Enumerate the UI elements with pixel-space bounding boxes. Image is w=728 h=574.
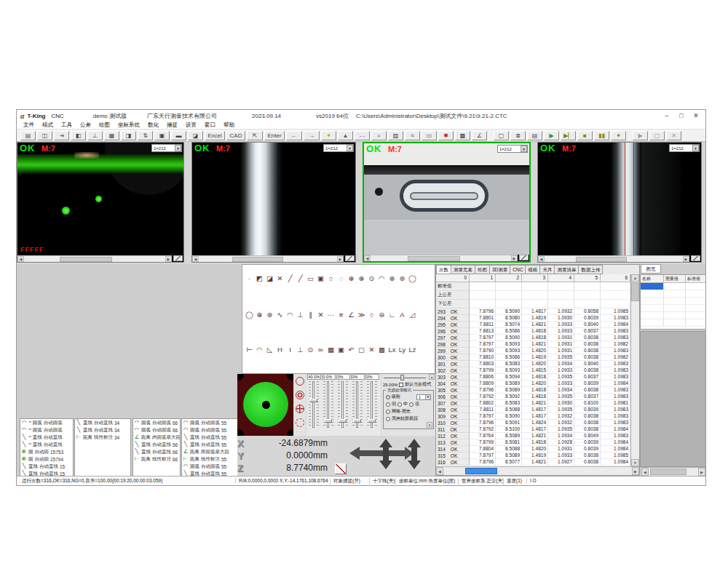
table-tab-4[interactable]: CNC bbox=[510, 265, 526, 274]
ring-light-2-icon[interactable] bbox=[296, 391, 304, 399]
measure-tool-icon-2-17[interactable]: ◿ bbox=[408, 310, 416, 319]
slider-thumb[interactable] bbox=[353, 419, 361, 423]
table-row[interactable]: 301OK7.88038.50831.48201.09340.80401.098… bbox=[436, 361, 630, 367]
toolbar-button-14[interactable]: Enter bbox=[264, 131, 285, 140]
default-mode-checkbox[interactable] bbox=[399, 383, 403, 387]
slider-track[interactable] bbox=[323, 381, 334, 428]
list-item[interactable]: ╲***直线自动直线 bbox=[20, 441, 73, 448]
toolbar-button-20[interactable]: ⌕ bbox=[371, 131, 387, 140]
toolbar-button-1[interactable]: ◫ bbox=[37, 131, 52, 140]
ring-light-4seg-icon[interactable] bbox=[296, 404, 304, 413]
list-item[interactable]: ⊕圆自动圆15753 bbox=[20, 448, 73, 455]
camera-view-2[interactable]: OK M:7 1=212▼ ◀▶ bbox=[191, 142, 356, 263]
toolbar-button-6[interactable]: ◨ bbox=[121, 131, 136, 140]
scroll-thumb[interactable] bbox=[465, 468, 497, 474]
menu-item-9[interactable]: 窗口 bbox=[205, 121, 215, 129]
toolbar-button-29[interactable]: ≣ bbox=[510, 131, 526, 140]
measure-tool-icon-2-5[interactable]: ◠ bbox=[286, 310, 294, 319]
table-tab-5[interactable]: 模板 bbox=[526, 265, 540, 274]
measure-tool-icon-2-9[interactable]: ⋯ bbox=[327, 310, 335, 319]
camera-zoom-dropdown[interactable]: 1=212▼ bbox=[323, 144, 354, 152]
table-row[interactable]: 296OK7.88138.50861.48181.09330.80371.098… bbox=[436, 328, 630, 335]
menu-item-7[interactable]: 捕捉 bbox=[167, 121, 178, 129]
list-item[interactable]: ∠距离两圆弧最大距 bbox=[182, 448, 240, 455]
measure-tool-icon-3-1[interactable]: ⊢ bbox=[245, 345, 253, 354]
measure-tool-icon-2-10[interactable]: ≡ bbox=[337, 310, 345, 319]
measure-tool-icon-3-16[interactable]: Ly bbox=[398, 345, 406, 354]
list-item[interactable]: ◠圆弧自动圆弧66 bbox=[133, 426, 180, 434]
toolbar-button-11[interactable]: Excel bbox=[205, 131, 225, 140]
table-row[interactable]: 308OK7.88118.50881.48171.09350.80391.098… bbox=[436, 407, 630, 413]
measure-tool-icon-1-13[interactable]: ⊙ bbox=[368, 274, 376, 283]
toolbar-button-12[interactable]: CAD bbox=[226, 131, 245, 140]
camera-view-4[interactable]: OK M:7 1=212▼ ◀▶ bbox=[537, 142, 702, 263]
menu-item-2[interactable]: 工具 bbox=[61, 121, 72, 129]
measure-tool-icon-1-5[interactable]: ╱ bbox=[286, 274, 294, 283]
element-result-row[interactable] bbox=[641, 290, 706, 298]
diagonal-move-button[interactable] bbox=[335, 463, 347, 474]
list-item[interactable]: ◠***圆弧自动圆弧 bbox=[20, 426, 73, 434]
camera-resize-icon[interactable] bbox=[519, 255, 529, 260]
toolbar-button-0[interactable]: ▤ bbox=[20, 131, 36, 140]
measure-tool-icon-1-1[interactable]: · bbox=[245, 274, 253, 283]
panel-h-scrollbar[interactable]: ◀ ▶ bbox=[641, 467, 705, 476]
measure-tool-icon-2-14[interactable]: ⊖ bbox=[378, 310, 386, 319]
measure-tool-icon-3-8[interactable]: ∞ bbox=[317, 345, 325, 354]
toolbar-button-2[interactable]: ⇥ bbox=[54, 131, 69, 140]
toolbar-button-38[interactable]: ▢ bbox=[649, 131, 665, 140]
toolbar-button-22[interactable]: ≈ bbox=[405, 131, 420, 140]
toolbar-button-39[interactable]: ✕ bbox=[666, 131, 681, 140]
table-h-scrollbar[interactable]: ◀ ▶ bbox=[436, 466, 639, 475]
light-slider-4[interactable]: 0% bbox=[350, 374, 365, 436]
measure-tool-icon-2-13[interactable]: ○ bbox=[368, 310, 376, 319]
mode-adsorb-radio[interactable] bbox=[386, 395, 390, 399]
list-item[interactable]: ╲直线自动直线34 bbox=[75, 419, 130, 426]
master-light-slider[interactable]: ▲ bbox=[381, 374, 435, 380]
table-row[interactable]: 306OK7.87928.50921.48181.09350.80371.098… bbox=[436, 394, 630, 400]
camera-view-3-selected[interactable]: OK M:7 1=212▼ ◀▶ bbox=[363, 142, 531, 263]
measure-tool-icon-2-15[interactable]: ∟ bbox=[388, 310, 396, 319]
toolbar-button-9[interactable]: ▬ bbox=[171, 131, 186, 140]
slider-track[interactable] bbox=[308, 381, 320, 428]
table-row[interactable]: 304OK7.88098.50891.48201.09330.80391.098… bbox=[436, 380, 630, 387]
slider-track[interactable] bbox=[337, 381, 349, 428]
toolbar-button-19[interactable]: - - bbox=[355, 131, 370, 140]
light-slider-3[interactable]: 0% bbox=[336, 374, 350, 436]
scroll-left-icon[interactable]: ◀ bbox=[641, 468, 649, 476]
camera-resize-icon[interactable] bbox=[173, 255, 183, 261]
scroll-right-icon[interactable]: ▶ bbox=[632, 467, 639, 475]
toolbar-button-26[interactable]: ∠ bbox=[472, 131, 487, 140]
measure-tool-icon-3-13[interactable]: ✕ bbox=[368, 345, 376, 354]
light-slider-1[interactable]: 40.0% bbox=[306, 374, 321, 436]
list-item[interactable]: ⊢距离线性标注55 bbox=[182, 455, 240, 463]
menu-item-10[interactable]: 帮助 bbox=[223, 121, 234, 129]
slider-thumb[interactable] bbox=[309, 399, 317, 402]
menu-item-5[interactable]: 坐标系统 bbox=[118, 121, 140, 129]
menu-item-4[interactable]: 绘图 bbox=[99, 121, 110, 129]
list-item[interactable]: ∠距离内圆弧最大距 bbox=[133, 434, 180, 441]
table-tab-1[interactable]: 测量元素 bbox=[451, 265, 475, 274]
table-row[interactable]: 307OK7.88028.50831.48211.09300.81001.098… bbox=[436, 400, 630, 407]
table-row[interactable]: 297OK7.87978.50901.48181.09310.80381.098… bbox=[436, 335, 630, 341]
toolbar-button-32[interactable]: ▶▏ bbox=[561, 131, 576, 140]
measure-tool-icon-3-7[interactable]: ⊙ bbox=[306, 345, 314, 354]
toolbar-button-8[interactable]: ▣ bbox=[154, 131, 170, 140]
scroll-left-icon[interactable]: ◀ bbox=[436, 467, 443, 475]
measure-tool-icon-1-16[interactable]: ⊛ bbox=[398, 274, 406, 283]
level-strong-radio[interactable] bbox=[409, 402, 414, 407]
list-item[interactable]: ◠圆弧自动圆弧55 bbox=[182, 463, 240, 470]
toolbar-button-31[interactable]: ▶ bbox=[544, 131, 559, 140]
table-row[interactable]: 298OK7.87978.50931.48211.09310.80381.098… bbox=[436, 341, 630, 348]
toolbar-button-25[interactable]: ▩ bbox=[455, 131, 470, 140]
maximize-button[interactable]: □ bbox=[676, 112, 687, 119]
toolbar-button-35[interactable]: ✦ bbox=[611, 131, 626, 140]
table-row[interactable]: 299OK7.87908.50931.48201.09310.80381.098… bbox=[436, 348, 630, 354]
measure-tool-icon-1-14[interactable]: ◠ bbox=[378, 274, 386, 283]
table-special-row[interactable]: 标准值 bbox=[436, 282, 630, 291]
toolbar-button-18[interactable]: ▲ bbox=[338, 131, 353, 140]
measure-tool-icon-1-11[interactable]: ⊕ bbox=[347, 274, 355, 283]
table-row[interactable]: 295OK7.88118.50741.48211.09330.80401.098… bbox=[436, 322, 630, 328]
measure-tool-icon-3-11[interactable]: ↶ bbox=[347, 345, 355, 354]
level-mid-radio[interactable] bbox=[397, 402, 402, 407]
list-item[interactable]: ╲直线自动直线55 bbox=[182, 441, 240, 448]
